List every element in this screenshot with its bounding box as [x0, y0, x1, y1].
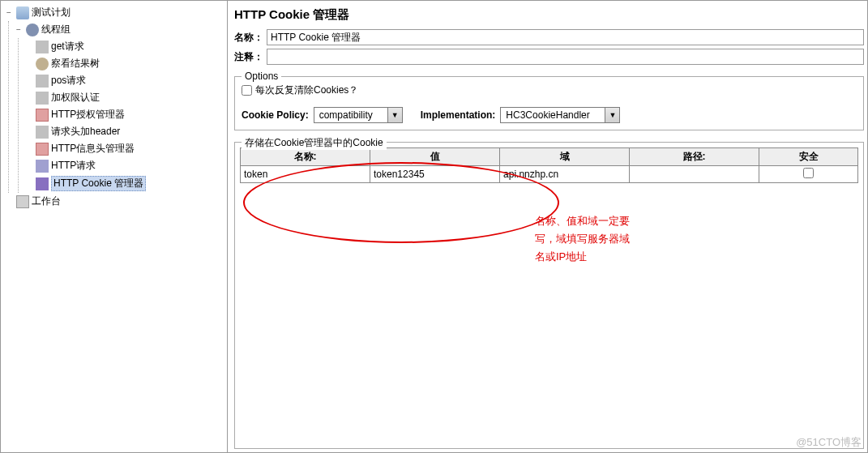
- clear-cookies-checkbox[interactable]: [242, 85, 252, 96]
- col-secure[interactable]: 安全: [759, 148, 858, 166]
- sampler-icon: [36, 41, 49, 53]
- tree-item-httpreq[interactable]: HTTP请求: [24, 157, 227, 174]
- tree-label: 察看结果树: [51, 57, 100, 71]
- tree-item-post[interactable]: pos请求: [24, 72, 227, 89]
- testplan-icon: [16, 6, 29, 19]
- tree-root[interactable]: − 测试计划: [4, 4, 227, 21]
- tree-label: pos请求: [51, 74, 86, 88]
- chevron-down-icon[interactable]: ▼: [605, 107, 620, 123]
- tree-label: 测试计划: [32, 6, 71, 19]
- results-icon: [36, 58, 49, 71]
- tree-label: 请求头加header: [51, 125, 120, 139]
- tree-item-results[interactable]: 察看结果树: [24, 55, 227, 72]
- tree-workbench[interactable]: 工作台: [4, 193, 227, 210]
- page-title: HTTP Cookie 管理器: [234, 4, 864, 29]
- toggle-icon[interactable]: −: [14, 25, 24, 34]
- tree-item-headermgr[interactable]: HTTP信息头管理器: [24, 140, 227, 157]
- tree-item-authmgr[interactable]: HTTP授权管理器: [24, 106, 227, 123]
- main-panel: HTTP Cookie 管理器 名称： 注释： Options 每次反复清除Co…: [228, 1, 867, 452]
- tree-label: 加权限认证: [51, 91, 100, 105]
- options-legend: Options: [242, 71, 281, 82]
- clear-cookies-label: 每次反复清除Cookies？: [255, 83, 358, 97]
- http-icon: [36, 160, 49, 173]
- col-path[interactable]: 路径:: [630, 148, 759, 166]
- tree-label: get请求: [51, 40, 84, 53]
- toggle-icon[interactable]: −: [4, 8, 14, 17]
- secure-checkbox[interactable]: [803, 168, 814, 178]
- cookies-legend: 存储在Cookie管理器中的Cookie: [242, 136, 387, 150]
- cell-name[interactable]: token: [241, 166, 370, 183]
- sampler-icon: [36, 75, 49, 88]
- col-name[interactable]: 名称:: [241, 148, 370, 166]
- cookie-icon: [36, 177, 49, 190]
- cookies-table[interactable]: 名称: 值 域 路径: 安全 token token12345 api.nnzh…: [240, 147, 858, 183]
- tree-label: HTTP信息头管理器: [51, 142, 135, 156]
- cell-domain[interactable]: api.nnzhp.cn: [500, 166, 630, 183]
- policy-select-value[interactable]: compatibility: [314, 107, 388, 123]
- config-icon: [36, 109, 49, 122]
- cell-path[interactable]: [630, 166, 759, 183]
- workbench-icon: [16, 195, 29, 208]
- tree-panel: − 测试计划 − 线程组 get请求 察看结果树 pos请求 加权限认证 HTT…: [1, 1, 228, 452]
- tree-label: 工作台: [32, 194, 61, 208]
- options-group: Options 每次反复清除Cookies？ Cookie Policy: co…: [234, 76, 864, 130]
- tree-label: HTTP Cookie 管理器: [51, 176, 146, 191]
- cookies-group: 存储在Cookie管理器中的Cookie 名称: 值 域 路径: 安全 toke…: [234, 142, 864, 449]
- col-value[interactable]: 值: [370, 148, 500, 166]
- col-domain[interactable]: 域: [500, 148, 630, 166]
- comment-input[interactable]: [267, 49, 864, 65]
- tree-label: HTTP请求: [51, 159, 96, 173]
- impl-select-value[interactable]: HC3CookieHandler: [500, 107, 605, 123]
- tree-item-get[interactable]: get请求: [24, 38, 227, 55]
- tree-label: HTTP授权管理器: [51, 108, 125, 122]
- tree-item-cookiemgr[interactable]: HTTP Cookie 管理器: [24, 174, 227, 193]
- name-input[interactable]: [267, 29, 864, 45]
- comment-label: 注释：: [234, 50, 267, 64]
- gear-icon: [26, 24, 39, 36]
- cell-value[interactable]: token12345: [370, 166, 500, 183]
- cell-secure[interactable]: [759, 166, 858, 183]
- chevron-down-icon[interactable]: ▼: [388, 107, 403, 123]
- policy-label: Cookie Policy:: [242, 109, 309, 121]
- tree-item-header[interactable]: 请求头加header: [24, 123, 227, 140]
- tree-threadgroup[interactable]: − 线程组: [14, 21, 227, 38]
- sampler-icon: [36, 92, 49, 105]
- sampler-icon: [36, 126, 49, 139]
- table-row[interactable]: token token12345 api.nnzhp.cn: [241, 166, 858, 183]
- tree-label: 线程组: [41, 23, 71, 36]
- tree-item-auth[interactable]: 加权限认证: [24, 89, 227, 106]
- name-label: 名称：: [234, 31, 267, 45]
- watermark: @51CTO博客: [796, 435, 862, 450]
- impl-label: Implementation:: [421, 109, 496, 121]
- config-icon: [36, 143, 49, 156]
